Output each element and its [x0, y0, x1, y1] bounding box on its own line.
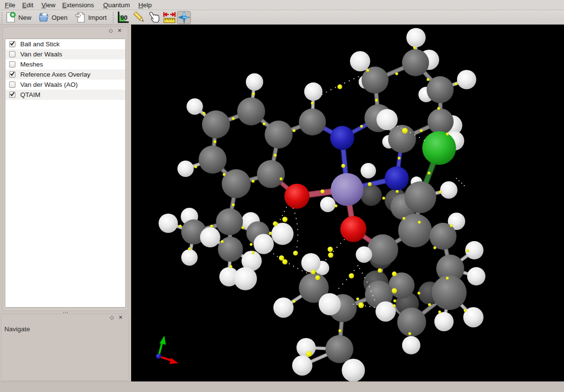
svg-text:90: 90	[121, 14, 127, 21]
